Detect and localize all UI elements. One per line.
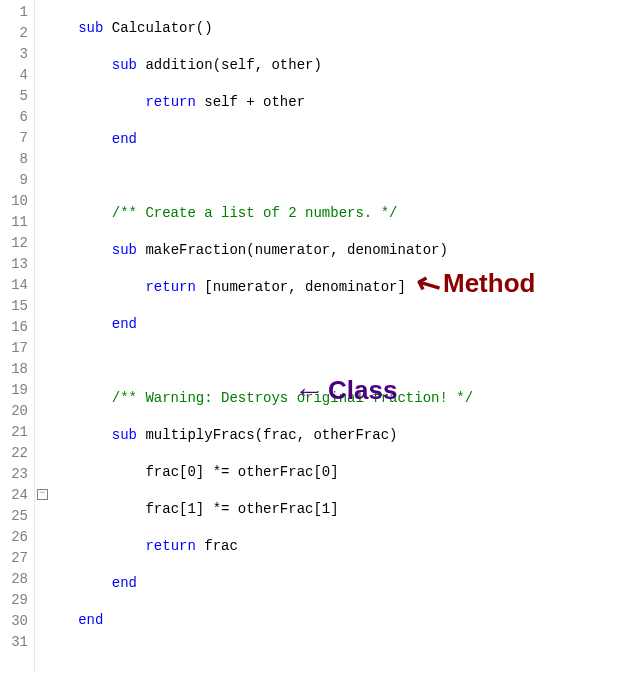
code-area[interactable]: sub Calculator() sub addition(self, othe… [49,0,498,673]
code-line: frac[1] *= otherFrac[1] [53,499,498,520]
code-line: sub Calculator() [53,18,498,39]
fold-column: − [35,0,49,673]
line-number: 19 [4,380,28,401]
line-number: 1 [4,2,28,23]
line-number-gutter: 1 2 3 4 5 6 7 8 9 10 11 12 13 14 15 16 1… [0,0,35,673]
line-number: 21 [4,422,28,443]
keyword: return [145,538,195,554]
line-number: 8 [4,149,28,170]
keyword: end [112,316,137,332]
arrow-icon: ← [294,376,324,406]
line-number: 10 [4,191,28,212]
line-number: 20 [4,401,28,422]
line-number: 15 [4,296,28,317]
code-line: sub multiplyFracs(frac, otherFrac) [53,425,498,446]
keyword: sub [112,57,137,73]
line-number: 11 [4,212,28,233]
code-text: frac[1] *= otherFrac[1] [145,501,338,517]
code-text: makeFraction(numerator, denominator) [137,242,448,258]
line-number: 16 [4,317,28,338]
line-number: 28 [4,569,28,590]
annotation-class: ← Class [294,375,397,406]
line-number: 14 [4,275,28,296]
code-line: /** Warning: Destroys original fraction!… [53,388,498,409]
line-number: 29 [4,590,28,611]
keyword: end [112,131,137,147]
line-number: 17 [4,338,28,359]
line-number: 4 [4,65,28,86]
code-line: sub addition(self, other) [53,55,498,76]
keyword: sub [112,242,137,258]
keyword: end [112,575,137,591]
line-number: 31 [4,632,28,653]
annotation-label: Method [443,268,535,299]
arrow-icon: ↖ [410,264,446,302]
code-text: [numerator, denominator] [196,279,406,295]
code-text: frac [196,538,238,554]
keyword: return [145,279,195,295]
keyword: end [78,612,103,628]
code-line: return frac [53,536,498,557]
line-number: 13 [4,254,28,275]
code-text: self + other [196,94,305,110]
keyword: sub [78,20,103,36]
code-line: return self + other [53,92,498,113]
keyword: return [145,94,195,110]
code-text: Calculator() [103,20,212,36]
keyword: sub [112,427,137,443]
code-text: addition(self, other) [137,57,322,73]
annotation-label: Class [328,375,397,406]
code-editor: 1 2 3 4 5 6 7 8 9 10 11 12 13 14 15 16 1… [0,0,640,673]
line-number: 24 [4,485,28,506]
line-number: 12 [4,233,28,254]
line-number: 6 [4,107,28,128]
code-text: multiplyFracs(frac, otherFrac) [137,427,397,443]
code-line: frac[0] *= otherFrac[0] [53,462,498,483]
line-number: 9 [4,170,28,191]
line-number: 22 [4,443,28,464]
code-line [53,166,498,187]
line-number: 3 [4,44,28,65]
fold-marker-icon[interactable]: − [37,489,48,500]
code-line: end [53,610,498,631]
annotation-method: ↖ Method [416,268,535,299]
line-number: 26 [4,527,28,548]
code-line: /** Create a list of 2 numbers. */ [53,203,498,224]
code-line [53,351,498,372]
code-line: end [53,573,498,594]
code-line: end [53,129,498,150]
line-number: 25 [4,506,28,527]
code-line: end [53,314,498,335]
line-number: 7 [4,128,28,149]
line-number: 2 [4,23,28,44]
comment: /** Warning: Destroys original fraction!… [112,390,473,406]
line-number: 23 [4,464,28,485]
comment: /** Create a list of 2 numbers. */ [112,205,398,221]
line-number: 27 [4,548,28,569]
line-number: 30 [4,611,28,632]
code-text: frac[0] *= otherFrac[0] [145,464,338,480]
line-number: 18 [4,359,28,380]
code-line [53,647,498,668]
code-line: sub makeFraction(numerator, denominator) [53,240,498,261]
line-number: 5 [4,86,28,107]
